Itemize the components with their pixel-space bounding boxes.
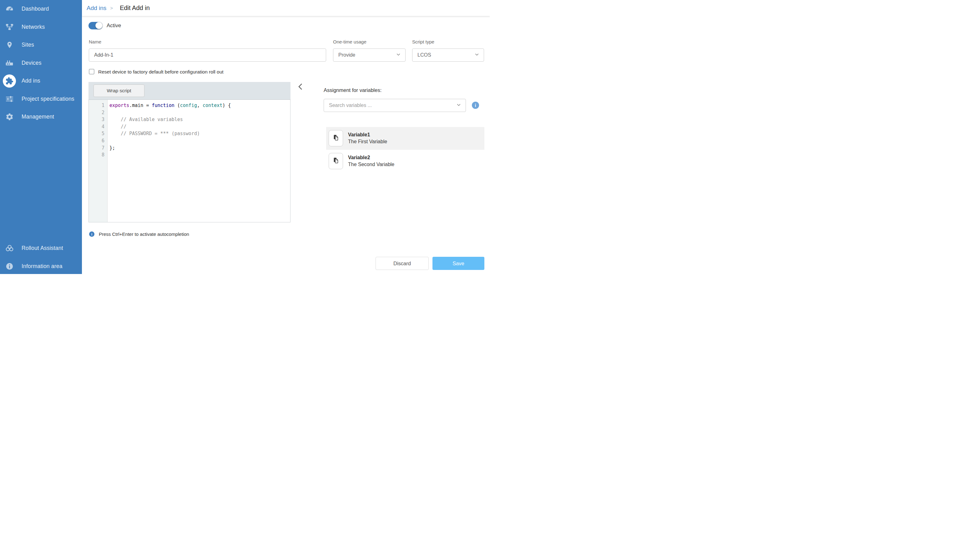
script-type-value: LCOS: [417, 52, 474, 58]
line-number: 5: [89, 130, 107, 137]
reset-device-checkbox[interactable]: [89, 69, 94, 75]
variable-text: Variable2The Second Variable: [348, 154, 394, 168]
variable-item[interactable]: Variable2The Second Variable: [326, 150, 484, 173]
sidebar-item-project-specifications[interactable]: Project specifications: [0, 90, 82, 108]
code-line: [110, 109, 290, 116]
puzzle-icon: [3, 75, 16, 88]
chevron-down-icon: [474, 52, 479, 58]
page-title: Edit Add in: [120, 5, 150, 11]
gear-icon: [3, 110, 16, 124]
chevron-down-icon: [396, 52, 401, 58]
script-type-label: Script type: [412, 39, 434, 45]
code-line: // PASSWORD = *** (password): [110, 130, 290, 137]
variable-text: Variable1The First Variable: [348, 131, 387, 145]
collapse-panel-button[interactable]: [296, 82, 305, 92]
variable-name: Variable2: [348, 154, 394, 161]
networks-icon: [3, 20, 16, 33]
script-type-select[interactable]: LCOS: [412, 48, 484, 62]
line-number: 4: [89, 123, 107, 131]
save-button[interactable]: Save: [433, 257, 484, 270]
variable-name: Variable1: [348, 131, 387, 138]
one-time-usage-select[interactable]: Provide: [333, 48, 406, 62]
wrap-script-button[interactable]: Wrap script: [94, 84, 145, 97]
copy-icon: [332, 157, 339, 166]
variables-panel-title: Assignment for variables:: [324, 87, 382, 93]
code-line: // Available variables: [110, 116, 290, 123]
code-line: exports.main = function (config, context…: [110, 102, 290, 109]
dashboard-icon: [3, 3, 16, 16]
devices-icon: [3, 56, 16, 69]
line-number: 2: [89, 109, 107, 116]
autocompletion-hint-text: Press Ctrl+Enter to activate autocomplet…: [99, 231, 189, 237]
sidebar-item-label: Dashboard: [22, 6, 49, 12]
sidebar-nav-bottom: Rollout AssistantInformation area: [0, 239, 82, 274]
variables-info-icon[interactable]: i: [472, 102, 479, 109]
code-line: [110, 151, 290, 159]
reset-device-checkbox-label: Reset device to factory default before c…: [98, 69, 224, 75]
sidebar-item-label: Management: [22, 113, 54, 120]
code-editor[interactable]: exports.main = function (config, context…: [108, 100, 290, 222]
script-editor: Wrap script 12345678 exports.main = func…: [89, 82, 291, 222]
line-number-gutter: 12345678: [89, 100, 108, 222]
sidebar-item-dashboard[interactable]: Dashboard: [0, 0, 82, 18]
copy-icon: [332, 134, 339, 143]
rollout-icon: [3, 242, 16, 255]
line-number: 8: [89, 151, 107, 159]
breadcrumb: Add ins > Edit Add in: [82, 0, 490, 16]
info-icon[interactable]: i: [89, 231, 94, 237]
variable-description: The First Variable: [348, 138, 387, 145]
sidebar-item-label: Sites: [22, 41, 34, 48]
variable-description: The Second Variable: [348, 161, 394, 168]
copy-variable-button[interactable]: [329, 153, 343, 169]
search-variables-select[interactable]: Search variables ...: [324, 99, 466, 112]
sites-icon: [3, 38, 16, 52]
edit-add-in-page: DashboardNetworksSitesDevicesAdd insProj…: [0, 0, 490, 274]
copy-variable-button[interactable]: [329, 130, 343, 147]
breadcrumb-parent-link[interactable]: Add ins: [87, 5, 106, 11]
sidebar-item-devices[interactable]: Devices: [0, 54, 82, 72]
sidebar-item-label: Rollout Assistant: [22, 245, 63, 252]
search-variables-placeholder: Search variables ...: [329, 103, 456, 108]
active-toggle[interactable]: [89, 22, 103, 29]
sidebar-item-label: Project specifications: [22, 96, 75, 102]
sidebar-item-label: Add ins: [22, 78, 40, 84]
sidebar-item-label: Information area: [22, 263, 62, 269]
chevron-down-icon: [456, 102, 461, 108]
one-time-usage-label: One-time usage: [333, 39, 366, 45]
sidebar-item-label: Devices: [22, 60, 41, 66]
info-circle-icon: [3, 260, 16, 273]
code-line: [110, 137, 290, 145]
sliders-icon: [3, 92, 16, 105]
line-number: 6: [89, 137, 107, 145]
code-line: };: [110, 145, 290, 152]
variable-item[interactable]: Variable1The First Variable: [326, 127, 484, 150]
sidebar-item-information-area[interactable]: Information area: [0, 257, 82, 274]
line-number: 1: [89, 102, 107, 109]
discard-button[interactable]: Discard: [375, 257, 429, 270]
name-input[interactable]: [89, 48, 326, 62]
line-number: 7: [89, 145, 107, 152]
autocompletion-hint: i Press Ctrl+Enter to activate autocompl…: [89, 231, 189, 237]
code-line: //: [110, 123, 290, 131]
line-number: 3: [89, 116, 107, 123]
sidebar-item-networks[interactable]: Networks: [0, 18, 82, 36]
sidebar-item-rollout-assistant[interactable]: Rollout Assistant: [0, 239, 82, 257]
sidebar-item-add-ins[interactable]: Add ins: [0, 72, 82, 90]
sidebar-nav: DashboardNetworksSitesDevicesAdd insProj…: [0, 0, 82, 126]
variables-list: Variable1The First VariableVariable2The …: [326, 127, 484, 172]
sidebar-item-sites[interactable]: Sites: [0, 36, 82, 54]
chevron-left-icon: [298, 83, 304, 92]
one-time-usage-value: Provide: [338, 52, 396, 58]
editor-body: 12345678 exports.main = function (config…: [89, 99, 291, 222]
breadcrumb-separator: >: [110, 5, 113, 11]
active-toggle-label: Active: [107, 22, 121, 29]
main-content: Add ins > Edit Add in Active Name One-ti…: [82, 0, 490, 274]
name-label: Name: [89, 39, 101, 45]
sidebar-item-management[interactable]: Management: [0, 108, 82, 126]
sidebar-item-label: Networks: [22, 24, 45, 30]
editor-toolbar: Wrap script: [89, 82, 291, 99]
sidebar: DashboardNetworksSitesDevicesAdd insProj…: [0, 0, 82, 274]
